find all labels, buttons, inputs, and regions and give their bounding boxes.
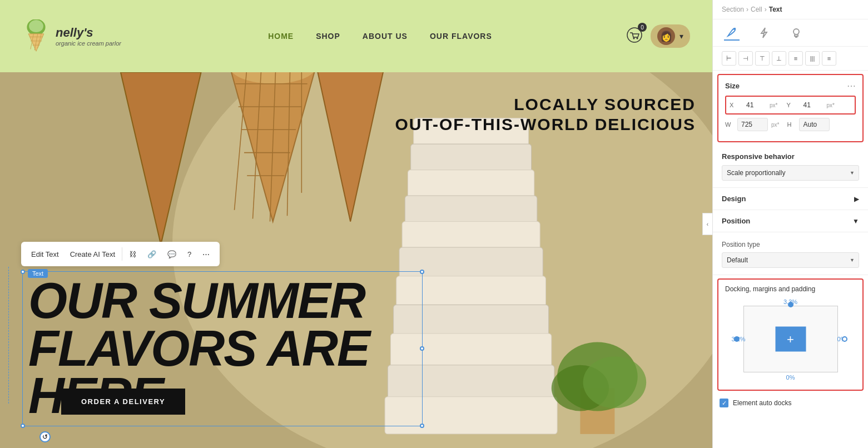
dock-dot-top <box>788 302 793 307</box>
resize-handle-ml[interactable] <box>420 346 424 351</box>
svg-point-43 <box>583 356 647 408</box>
edit-text-button[interactable]: Edit Text <box>26 247 65 262</box>
cart-badge: 0 <box>638 23 647 32</box>
responsive-select[interactable]: Scale proportionally <box>722 165 859 181</box>
size-section-header: Size ⋯ <box>725 81 856 91</box>
right-panel: Section › Cell › Text <box>712 0 868 448</box>
xy-row-highlighted: X px* Y px* <box>725 96 856 115</box>
dock-dot-left <box>734 336 740 342</box>
breadcrumb-current: Text <box>769 6 782 13</box>
docking-header: Docking, margins and padding <box>725 285 856 293</box>
align-right-button[interactable]: ⊤ <box>755 51 770 66</box>
docking-section-highlighted: Docking, margins and padding 3.3% 0% 3.2… <box>717 278 864 391</box>
align-bottom-button[interactable]: ||| <box>805 51 820 66</box>
resize-handle-tl[interactable] <box>21 270 25 274</box>
hero-text-line2: FLAVORS ARE <box>28 325 416 373</box>
align-center-h-button[interactable]: ⊣ <box>738 51 753 66</box>
chain-icon-button[interactable]: ⛓ <box>123 247 142 262</box>
panel-collapse-button[interactable]: ‹ <box>702 213 712 235</box>
logo-text: nelly's organic ice cream parlor <box>56 26 121 47</box>
tab-design[interactable] <box>724 25 740 41</box>
order-button[interactable]: ORDER A DELIVERY <box>61 389 185 415</box>
svg-rect-32 <box>405 196 537 225</box>
position-type-section: Position type Default <box>713 232 868 275</box>
nav-flavors[interactable]: OUR FLAVORS <box>430 32 492 41</box>
dock-bottom-value: 0% <box>786 374 795 381</box>
resize-handle-bl[interactable] <box>21 424 25 428</box>
svg-rect-30 <box>411 144 532 173</box>
docking-diagram: 3.3% 0% 3.2% 0% + <box>730 297 852 381</box>
user-avatar: 👩 <box>657 27 675 45</box>
responsive-title: Responsive behavior <box>722 152 795 161</box>
nav-shop[interactable]: SHOP <box>316 32 340 41</box>
x-label: X <box>730 102 738 108</box>
text-tag-badge: Text <box>28 269 48 278</box>
size-menu-dots[interactable]: ⋯ <box>847 81 856 91</box>
svg-point-44 <box>733 28 736 30</box>
comment-icon-button[interactable]: 💬 <box>162 247 182 262</box>
design-arrow[interactable]: ▶ <box>854 195 859 203</box>
distribute-button[interactable]: ≡ <box>822 51 836 66</box>
tab-lightbulb[interactable] <box>788 25 804 41</box>
rotate-handle[interactable]: ↺ <box>39 431 51 442</box>
align-center-v-button[interactable]: ≡ <box>788 51 803 66</box>
nav-home[interactable]: HOME <box>268 32 294 41</box>
text-toolbar: Edit Text Create AI Text ⛓ 🔗 💬 ? ⋯ <box>21 242 220 266</box>
nav-about[interactable]: ABOUT US <box>363 32 408 41</box>
position-type-label: Position type <box>722 241 760 248</box>
svg-point-1 <box>29 20 43 32</box>
x-input[interactable] <box>743 99 765 111</box>
link-icon-button[interactable]: 🔗 <box>142 247 162 262</box>
breadcrumb-cell[interactable]: Cell <box>751 6 762 13</box>
w-label: W <box>725 121 734 128</box>
svg-point-11 <box>637 38 638 39</box>
more-icon-button[interactable]: ⋯ <box>197 247 215 262</box>
resize-handle-br[interactable] <box>420 424 424 428</box>
dock-dot-right <box>842 336 847 342</box>
responsive-select-wrapper: Scale proportionally <box>722 165 859 181</box>
wh-row: W px* H Auto <box>725 118 856 131</box>
size-section-highlighted: Size ⋯ X px* Y px* W px* H Auto <box>717 74 864 142</box>
svg-point-10 <box>633 38 635 39</box>
align-top-button[interactable]: ⊥ <box>772 51 786 66</box>
user-dropdown-arrow: ▾ <box>679 32 683 41</box>
responsive-section: Responsive behavior Scale proportionally <box>713 146 868 188</box>
position-type-select[interactable]: Default <box>722 252 859 268</box>
guide-line <box>8 267 9 404</box>
x-unit: px* <box>770 102 777 108</box>
breadcrumb-section[interactable]: Section <box>722 6 744 13</box>
cart-container[interactable]: 0 <box>627 27 642 45</box>
svg-rect-33 <box>402 222 540 251</box>
docking-title: Docking, margins and padding <box>725 285 815 293</box>
toolbar-divider-1 <box>122 247 122 261</box>
logo-icon <box>22 19 50 53</box>
design-section: Design ▶ <box>713 188 868 210</box>
dock-inner[interactable]: + <box>775 327 806 352</box>
header-right: 0 👩 ▾ <box>627 24 690 48</box>
w-input[interactable] <box>737 118 768 131</box>
position-section: Position ▼ <box>713 210 868 232</box>
logo-name: nelly's <box>56 26 121 40</box>
responsive-header: Responsive behavior <box>722 152 859 161</box>
hero-headline-top: LOCALLY SOURCED OUT-OF-THIS-WORLD DELICI… <box>395 94 696 135</box>
tab-lightning[interactable] <box>756 25 772 41</box>
preview-panel: nelly's organic ice cream parlor HOME SH… <box>0 0 712 448</box>
breadcrumb-sep1: › <box>746 6 748 13</box>
create-ai-text-button[interactable]: Create AI Text <box>65 247 121 262</box>
align-left-button[interactable]: ⊢ <box>722 51 736 66</box>
dock-plus-icon: + <box>787 332 794 346</box>
auto-docks-checkbox[interactable]: ✓ <box>720 399 728 407</box>
position-arrow[interactable]: ▼ <box>852 217 859 225</box>
hero-headline-line2: OUT-OF-THIS-WORLD DELICIOUS <box>395 115 696 135</box>
auto-docks-label: Element auto docks <box>733 399 791 407</box>
help-icon-button[interactable]: ? <box>182 247 197 262</box>
auto-docks-row: ✓ Element auto docks <box>713 394 868 412</box>
y-input[interactable] <box>800 99 822 111</box>
resize-handle-tr[interactable] <box>420 270 424 274</box>
y-unit: px* <box>826 102 834 108</box>
logo-tagline: organic ice cream parlor <box>56 40 121 47</box>
y-label: Y <box>786 102 795 108</box>
w-unit: px* <box>771 122 779 128</box>
svg-point-45 <box>793 29 799 34</box>
user-button[interactable]: 👩 ▾ <box>651 24 690 48</box>
